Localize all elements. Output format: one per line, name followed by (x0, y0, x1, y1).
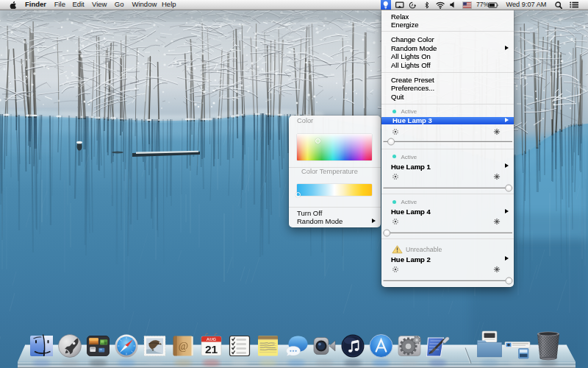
svg-text:21: 21 (205, 343, 218, 355)
svg-text:AUG: AUG (207, 337, 217, 342)
svg-text:@: @ (179, 340, 188, 352)
